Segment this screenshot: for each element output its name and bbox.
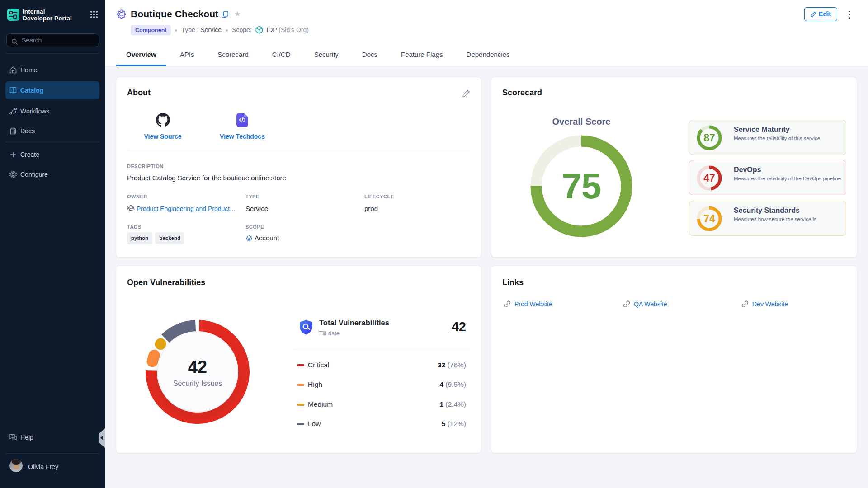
svg-text:?: ?: [11, 435, 13, 438]
